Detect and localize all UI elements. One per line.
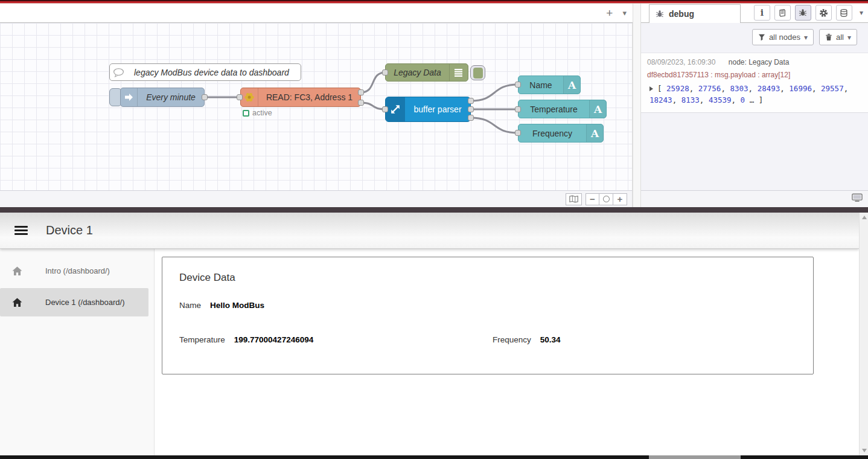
scroll-up-arrow[interactable]: [860, 213, 868, 222]
tab-debug[interactable]: debug: [649, 4, 741, 23]
port-debug-in[interactable]: [382, 69, 388, 75]
ui-text-node-frequency[interactable]: Frequency A: [518, 124, 604, 143]
debug-sidebar: debug i ▾: [641, 4, 868, 207]
menu-hamburger-icon[interactable]: [14, 224, 28, 237]
debug-body: all nodes ▾ all ▾ 08/09/2023, 16:09:30 n…: [641, 23, 868, 190]
debug-node-legacy-data[interactable]: Legacy Data: [385, 63, 468, 82]
debug-list-icon: [450, 64, 468, 81]
port-parser-out2[interactable]: [468, 106, 474, 112]
panel-splitter[interactable]: [633, 4, 641, 207]
inject-node[interactable]: Every minute: [120, 88, 205, 107]
port-name-in[interactable]: [515, 82, 521, 88]
add-flow-button[interactable]: +: [606, 7, 613, 19]
ui-text-label: Frequency: [532, 129, 572, 138]
debug-footer: [641, 190, 868, 207]
frequency-field-value: 50.34: [540, 335, 561, 344]
ui-text-label: Temperature: [530, 104, 578, 114]
screen: + ▾ legacy ModBus device data: [0, 0, 868, 459]
scrollbar[interactable]: [859, 213, 868, 455]
zoom-out-button[interactable]: −: [586, 193, 599, 205]
flow-list-caret-icon[interactable]: ▾: [622, 9, 627, 17]
flow-workspace[interactable]: legacy ModBus device data to dashboard E…: [0, 23, 633, 190]
zoom-reset-button[interactable]: [599, 193, 613, 205]
navigator-map-button[interactable]: [566, 193, 582, 205]
help-book-button[interactable]: [774, 5, 791, 21]
debug-enable-toggle[interactable]: [470, 65, 485, 80]
debug-node-label: Legacy Data: [394, 68, 441, 77]
port-parser-out3[interactable]: [468, 115, 474, 121]
caret-down-icon: ▾: [804, 33, 808, 42]
device-data-card: Device Data Name Hello ModBus Temperatur…: [162, 257, 814, 374]
expand-arrows-icon: [386, 97, 405, 121]
debug-message-timestamp: 08/09/2023, 16:09:30: [647, 58, 715, 66]
debug-panel-button[interactable]: [795, 5, 811, 21]
tab-debug-label: debug: [669, 9, 694, 19]
dashboard-title: Device 1: [46, 223, 93, 237]
payload-open-bracket: [: [657, 84, 662, 93]
comment-node[interactable]: legacy ModBus device data to dashboard: [109, 63, 301, 81]
payload-tail: … ]: [750, 95, 764, 104]
zoom-in-button[interactable]: +: [613, 193, 627, 205]
modbus-status: active: [243, 109, 272, 117]
trash-icon: [825, 33, 832, 41]
buffer-parser-node-label: buffer parser: [413, 104, 461, 114]
status-square-icon: [243, 110, 249, 117]
inject-node-label: Every minute: [146, 92, 196, 102]
name-field-value: Hello ModBus: [210, 301, 264, 310]
port-modbus-out1[interactable]: [358, 89, 364, 95]
port-frequency-in[interactable]: [515, 130, 521, 136]
port-parser-out1[interactable]: [468, 98, 474, 104]
caret-down-icon: ▾: [847, 33, 851, 42]
ui-text-node-name[interactable]: Name A: [518, 75, 581, 94]
database-icon: [840, 8, 848, 18]
text-a-icon: A: [564, 76, 580, 94]
ui-text-node-temperature[interactable]: Temperature A: [518, 100, 607, 118]
scroll-down-arrow[interactable]: [860, 446, 868, 455]
card-title: Device Data: [179, 272, 796, 284]
sidebar-item-device-1[interactable]: Device 1 (/dashboard/): [0, 288, 148, 316]
open-window-button[interactable]: [852, 193, 863, 205]
port-modbus-out2[interactable]: [358, 100, 364, 106]
dashboard-header: Device 1: [0, 213, 859, 249]
dashboard-sidebar: Intro (/dashboard/) Device 1 (/dashboard…: [0, 249, 155, 455]
temperature-field-label: Temperature: [179, 335, 225, 344]
window-separator-band: [0, 207, 868, 213]
port-parser-in[interactable]: [382, 106, 388, 112]
clear-messages-label: all: [836, 33, 844, 42]
info-panel-button[interactable]: i: [754, 5, 770, 21]
text-a-icon: A: [587, 124, 603, 142]
bottom-bar: [0, 455, 868, 459]
port-modbus-in[interactable]: [237, 94, 243, 100]
debug-message-path: df8ecbd817357113 : msg.payload : array[1…: [647, 71, 862, 79]
modbus-status-label: active: [252, 109, 272, 117]
debug-message-payload[interactable]: [ 25928, 27756, 8303, 28493, 16996, 2955…: [647, 83, 862, 106]
flow-tab-bar: + ▾: [0, 4, 633, 23]
modbus-read-node-label: READ: FC3, Address 1: [266, 92, 353, 102]
comment-node-label: legacy ModBus device data to dashboard: [134, 68, 289, 77]
port-temperature-in[interactable]: [515, 106, 521, 112]
speech-bubble-icon: [110, 64, 127, 80]
zoom-reset-circle-icon: [603, 196, 610, 202]
home-icon: [12, 298, 22, 307]
inject-arrow-icon: [121, 88, 137, 106]
config-nodes-button[interactable]: [815, 5, 832, 21]
port-inject-out[interactable]: [202, 94, 208, 100]
monitor-icon: [852, 193, 863, 202]
context-data-button[interactable]: [836, 5, 852, 21]
modbus-read-node[interactable]: READ: FC3, Address 1: [240, 88, 361, 107]
expand-caret-icon[interactable]: [649, 86, 653, 91]
debug-message[interactable]: 08/09/2023, 16:09:30 node: Legacy Data d…: [641, 53, 868, 113]
clear-messages-button[interactable]: all ▾: [819, 29, 857, 45]
bug-icon: [799, 8, 807, 17]
buffer-parser-node[interactable]: buffer parser: [385, 97, 471, 122]
filter-nodes-label: all nodes: [769, 33, 800, 42]
sidebar-item-intro[interactable]: Intro (/dashboard/): [0, 257, 148, 285]
sidebar-menu-caret-icon[interactable]: ▾: [860, 8, 863, 17]
sidebar-item-label: Device 1 (/dashboard/): [45, 298, 125, 307]
filter-nodes-button[interactable]: all nodes ▾: [752, 29, 814, 45]
flow-editor: + ▾ legacy ModBus device data: [0, 4, 633, 207]
editor-footer: − +: [0, 190, 633, 207]
bug-icon: [656, 10, 664, 18]
temperature-field-value: 199.77000427246094: [234, 335, 313, 344]
bottom-bar-segment: [649, 455, 741, 459]
